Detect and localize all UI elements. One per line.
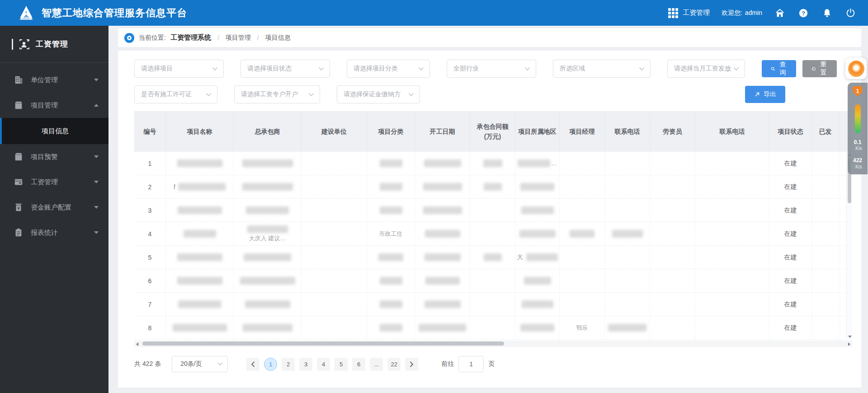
- swirl-icon: [848, 61, 864, 77]
- net-speed-panel: 1 0.1 ↑K/s 422 ↓K/s: [848, 83, 868, 174]
- vertical-scrollbar[interactable]: [846, 152, 852, 340]
- redacted-value: [173, 324, 227, 332]
- platform-logo-icon: [17, 5, 35, 21]
- scroll-down-icon[interactable]: [848, 336, 852, 338]
- scroll-left-icon[interactable]: [136, 342, 138, 346]
- project-box-icon: [14, 100, 24, 110]
- filter-row1-select-5[interactable]: 请选择当月工资发放: [667, 60, 745, 78]
- cell-phone1: [605, 269, 650, 292]
- cell-paid: [812, 316, 839, 339]
- page-button-5[interactable]: 5: [335, 358, 348, 371]
- filter-row2-select-1[interactable]: 请选择工资专户开户: [234, 85, 320, 103]
- table-row[interactable]: 5大在建: [134, 246, 852, 269]
- filter-row1-select-3[interactable]: 全部行业: [447, 60, 536, 78]
- cell-num: 7: [134, 293, 166, 316]
- breadcrumb-separator: /: [257, 34, 259, 42]
- filter-row2-select-2[interactable]: 请选择保证金缴纳方: [337, 85, 420, 103]
- apps-grid-icon: [668, 8, 678, 18]
- filter-row1-select-0[interactable]: 请选择项目: [134, 60, 224, 78]
- cell-manager: [560, 293, 605, 316]
- table-row[interactable]: 6在建: [134, 269, 852, 293]
- table-row[interactable]: 2f在建: [134, 175, 852, 199]
- logout-power-icon[interactable]: [844, 7, 856, 19]
- cell-amount: [470, 246, 515, 269]
- page-button-2[interactable]: 2: [282, 358, 295, 371]
- horizontal-scrollbar[interactable]: [134, 341, 852, 347]
- cell-contractor: [234, 269, 302, 292]
- table-row[interactable]: 1…在建: [134, 152, 852, 175]
- cell-date: [415, 152, 470, 175]
- app-switcher[interactable]: 工资管理: [668, 8, 710, 18]
- breadcrumb-item-project-mgmt[interactable]: 项目管理: [226, 34, 251, 42]
- sidebar-subitem-项目信息[interactable]: 项目信息: [0, 118, 108, 144]
- content-card: 请选择项目请选择项目状态请选择项目分类全部行业所选区域请选择当月工资发放 查询 …: [118, 51, 861, 388]
- redacted-value: [240, 277, 295, 285]
- sidebar-item-3[interactable]: 工资管理: [0, 169, 108, 195]
- filter-row1-select-4[interactable]: 所选区域: [553, 60, 651, 78]
- cell-phone1: [605, 293, 650, 316]
- column-header-builder: 建设单位: [302, 111, 367, 152]
- redacted-value: [380, 183, 402, 191]
- cell-name: [166, 152, 234, 175]
- redacted-value: [423, 206, 462, 214]
- table-row[interactable]: 8鄂乐在建: [134, 316, 852, 340]
- table-row[interactable]: 7在建: [134, 293, 852, 316]
- breadcrumb-root[interactable]: 工资管理系统: [170, 33, 211, 42]
- prev-page-button[interactable]: [246, 358, 259, 371]
- breadcrumb-item-project-info[interactable]: 项目信息: [265, 34, 291, 42]
- page-size-select[interactable]: 20条/页: [172, 356, 228, 372]
- cell-phone2: [695, 269, 769, 292]
- horizontal-scroll-thumb[interactable]: [142, 342, 504, 346]
- cell-num: 2: [134, 175, 166, 198]
- sidebar-item-4[interactable]: ¥资金账户配置: [0, 195, 108, 220]
- sidebar-item-2[interactable]: 项目预警: [0, 144, 108, 169]
- query-button[interactable]: 查询: [762, 60, 796, 77]
- redacted-value: [178, 300, 221, 308]
- svg-text:¥: ¥: [18, 206, 20, 211]
- sidebar-menu: 单位管理项目管理项目信息项目预警工资管理¥资金账户配置报表统计: [0, 63, 108, 245]
- redacted-value: [177, 159, 222, 167]
- table-row[interactable]: 4大庆入 建议…市政工住在建: [134, 222, 852, 246]
- plugin-logo[interactable]: [845, 58, 867, 79]
- home-icon[interactable]: [774, 7, 786, 19]
- chevron-down-icon: [212, 67, 218, 71]
- reset-button[interactable]: 重置: [802, 60, 837, 77]
- net-speed-widget[interactable]: 1 0.1 ↑K/s 422 ↓K/s: [845, 58, 868, 174]
- redacted-value: [425, 277, 460, 285]
- sidebar-item-1[interactable]: 项目管理: [0, 93, 108, 118]
- pagination: 共 422 条 20条/页 123456...22 前往 页: [134, 356, 849, 372]
- table-row[interactable]: 3在建: [134, 199, 852, 222]
- sidebar-item-0[interactable]: 单位管理: [0, 67, 108, 93]
- table-header-row: 编号项目名称总承包商建设单位项目分类开工日期承包合同额(万元)项目所属地区项目经…: [134, 111, 852, 152]
- help-icon[interactable]: ?: [797, 7, 809, 19]
- cell-labor: [650, 222, 695, 245]
- cell-contractor: [234, 199, 302, 222]
- page-button-1[interactable]: 1: [264, 358, 277, 371]
- page-button-6[interactable]: 6: [352, 358, 365, 371]
- column-header-phone1: 联系电话: [605, 111, 650, 152]
- redacted-value: [608, 324, 646, 332]
- sidebar-item-5[interactable]: 报表统计: [0, 220, 108, 245]
- filter-row1-select-1[interactable]: 请选择项目状态: [241, 60, 330, 78]
- filter-row1-select-2[interactable]: 请选择项目分类: [347, 60, 430, 78]
- export-button[interactable]: 导出: [745, 86, 785, 103]
- cell-date: [415, 316, 470, 339]
- notification-bell-icon[interactable]: [821, 7, 833, 19]
- cell-builder: [302, 269, 367, 292]
- cell-status: 在建: [769, 222, 812, 245]
- next-page-button[interactable]: [405, 358, 418, 371]
- sidebar-header: * 工资管理: [0, 26, 108, 63]
- sidebar-item-label: 单位管理: [31, 76, 94, 84]
- location-pin-icon: [124, 33, 134, 43]
- page-button-22[interactable]: 22: [387, 358, 401, 371]
- cell-status: 在建: [769, 269, 812, 292]
- filter-row2-select-0[interactable]: 是否有施工许可证: [134, 85, 217, 103]
- scroll-right-icon[interactable]: [848, 342, 850, 346]
- page-button-4[interactable]: 4: [317, 358, 330, 371]
- goto-page-input[interactable]: [458, 356, 484, 372]
- redacted-value: [380, 206, 402, 214]
- cell-contractor: [234, 293, 302, 316]
- page-button-3[interactable]: 3: [299, 358, 312, 371]
- page-ellipsis[interactable]: ...: [370, 358, 383, 371]
- shield-badge-icon[interactable]: 1: [853, 86, 862, 96]
